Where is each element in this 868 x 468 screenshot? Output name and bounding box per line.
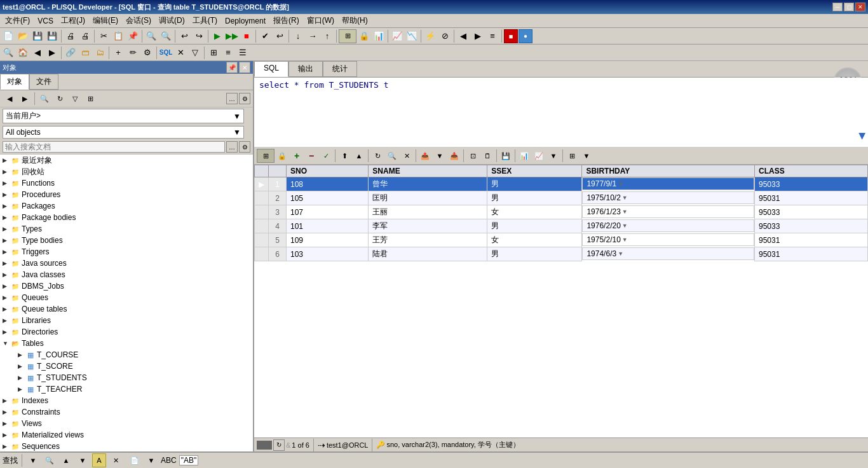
tb2-home[interactable]: 🏠 (16, 46, 30, 60)
tb2-search[interactable]: 🔍 (1, 46, 15, 60)
minimize-button[interactable]: ─ (832, 3, 843, 11)
tree-item-types[interactable]: ▶ 📁 Types (0, 223, 253, 235)
tab-files[interactable]: 文件 (29, 74, 58, 90)
tb-run[interactable]: ▶ (210, 29, 224, 43)
dt-nav-first[interactable]: ⬆ (337, 149, 351, 163)
tree-item-t-students[interactable]: ▶ ▦ T_STUDENTS (0, 372, 253, 383)
find-highlight[interactable]: A (92, 453, 106, 467)
tree-item-queue-tables[interactable]: ▶ 📁 Queue tables (0, 303, 253, 315)
tb2-filter[interactable]: ▽ (188, 46, 202, 60)
tb-cut[interactable]: ✂ (97, 29, 111, 43)
dt-import[interactable]: 📥 (447, 149, 461, 163)
panel-close[interactable]: ✕ (239, 62, 250, 73)
dt-lock[interactable]: 🔒 (275, 149, 289, 163)
table-row[interactable]: 6 103 陆君 男 1974/6/3 ▼ 95031 (255, 247, 868, 261)
tb-next-window[interactable]: ▶ (471, 29, 485, 43)
tree-item-functions[interactable]: ▶ 📁 Functions (0, 177, 253, 189)
tb-prev-window[interactable]: ◀ (456, 29, 470, 43)
tb-step-into[interactable]: ↓ (291, 29, 305, 43)
obj-tb-search[interactable]: 🔍 (37, 92, 51, 106)
menu-debug[interactable]: 调试(D) (155, 14, 189, 27)
tab-stats[interactable]: 统计 (323, 61, 357, 77)
dt-chart2[interactable]: 📈 (532, 149, 546, 163)
status-refresh[interactable]: ↻ (273, 439, 285, 451)
panel-pin[interactable]: 📌 (226, 62, 238, 73)
dt-remove[interactable]: − (304, 149, 318, 163)
tree-item-java-sources[interactable]: ▶ 📁 Java sources (0, 258, 253, 269)
menu-help[interactable]: 帮助(H) (338, 14, 372, 27)
dt-refresh[interactable]: ↻ (370, 149, 384, 163)
tb-disconnect[interactable]: ⊘ (438, 29, 452, 43)
search-clear[interactable]: ⚙ (239, 141, 250, 153)
find-clear[interactable]: ✕ (109, 453, 123, 467)
obj-tb-filter[interactable]: ▽ (68, 92, 82, 106)
tb-undo[interactable]: ↩ (177, 29, 191, 43)
find-prev[interactable]: ▲ (59, 453, 73, 467)
menu-deployment[interactable]: Deployment (221, 15, 269, 27)
tab-sql[interactable]: SQL (254, 61, 288, 77)
dt-chart[interactable]: 📊 (517, 149, 531, 163)
col-sbirthday[interactable]: SBIRTHDAY (582, 165, 755, 177)
find-search-icon[interactable]: 🔍 (43, 453, 57, 467)
tree-item-triggers[interactable]: ▶ 📁 Triggers (0, 246, 253, 258)
tb-connect[interactable]: ⚡ (423, 29, 437, 43)
menu-vcs[interactable]: VCS (34, 15, 57, 27)
user-dropdown[interactable]: 当前用户> ▼ (3, 109, 244, 123)
tb2-db[interactable]: 🗃 (78, 46, 92, 60)
tb-search2[interactable]: 🔍 (159, 29, 173, 43)
tb2-detail[interactable]: ☰ (236, 46, 250, 60)
table-row[interactable]: 5 109 王芳 女 1975/2/10 ▼ 95031 (255, 233, 868, 247)
obj-tb-back[interactable]: ◀ (3, 92, 17, 106)
tb2-props[interactable]: ⚙ (140, 46, 154, 60)
tb2-sql-win[interactable]: SQL (159, 46, 173, 60)
tab-objects[interactable]: 对象 (0, 74, 29, 90)
sql-editor[interactable]: select * from T_STUDENTS t ▼ (254, 78, 868, 148)
dt-grid2[interactable]: ⊞ (565, 149, 579, 163)
tb-grid[interactable]: ⊞ (339, 29, 356, 43)
tree-item-procedures[interactable]: ▶ 📁 Procedures (0, 189, 253, 200)
dt-export[interactable]: 📤 (418, 149, 432, 163)
close-button[interactable]: ✕ (855, 3, 865, 11)
menu-window[interactable]: 窗口(W) (303, 14, 338, 27)
tree-item-t-course[interactable]: ▶ ▦ T_COURSE (0, 349, 253, 361)
dt-export-drop[interactable]: ▼ (433, 149, 447, 163)
tb2-grid2[interactable]: ⊞ (207, 46, 220, 60)
tb-chart[interactable]: 📈 (390, 29, 404, 43)
tree-item-java-classes[interactable]: ▶ 📁 Java classes (0, 269, 253, 280)
tree-item-directories[interactable]: ▶ 📁 Directories (0, 326, 253, 338)
tb-stop[interactable]: ■ (240, 29, 254, 43)
tb-open[interactable]: 📂 (16, 29, 30, 43)
col-ssex[interactable]: SSEX (487, 165, 582, 177)
tb2-edit[interactable]: ✏ (126, 46, 140, 60)
tb-commit[interactable]: ✔ (258, 29, 272, 43)
tree-item-dbms-jobs[interactable]: ▶ 📁 DBMS_Jobs (0, 280, 253, 292)
obj-tb-more[interactable]: … (226, 93, 238, 104)
tb-copy[interactable]: 📋 (111, 29, 125, 43)
tb-new[interactable]: 📄 (1, 29, 15, 43)
tree-item-tables[interactable]: ▼ 📂 Tables (0, 338, 253, 349)
find-page-btn[interactable]: 📄 (128, 453, 142, 467)
tb2-connect[interactable]: 🔗 (64, 46, 78, 60)
menu-edit[interactable]: 编辑(E) (89, 14, 122, 27)
tab-output[interactable]: 输出 (288, 61, 323, 77)
tree-item-queues[interactable]: ▶ 📁 Queues (0, 292, 253, 303)
tb2-add[interactable]: + (111, 46, 125, 60)
dt-select-all[interactable]: ⊡ (466, 149, 480, 163)
dt-copy-all[interactable]: 🗒 (480, 149, 494, 163)
tb-redo[interactable]: ↪ (192, 29, 206, 43)
tb-search[interactable]: 🔍 (144, 29, 158, 43)
tb-save[interactable]: 💾 (31, 29, 44, 43)
tb-stop-red[interactable]: ■ (504, 29, 518, 43)
find-drop2[interactable]: ▼ (144, 453, 158, 467)
find-options-drop[interactable]: ▼ (26, 453, 40, 467)
restore-button[interactable]: ◻ (844, 3, 854, 11)
search-btn[interactable]: … (226, 141, 238, 153)
tb-save-all[interactable]: 💾 (45, 29, 59, 43)
menu-tools[interactable]: 工具(T) (189, 14, 221, 27)
menu-file[interactable]: 文件(F) (1, 14, 34, 27)
dt-add[interactable]: + (290, 149, 304, 163)
tree-item-mat-views[interactable]: ▶ 📁 Materialized views (0, 429, 253, 441)
table-row[interactable]: 4 101 李军 男 1976/2/20 ▼ 95033 (255, 219, 868, 233)
tree-item-packages[interactable]: ▶ 📁 Packages (0, 200, 253, 212)
dt-find[interactable]: 🔍 (385, 149, 399, 163)
